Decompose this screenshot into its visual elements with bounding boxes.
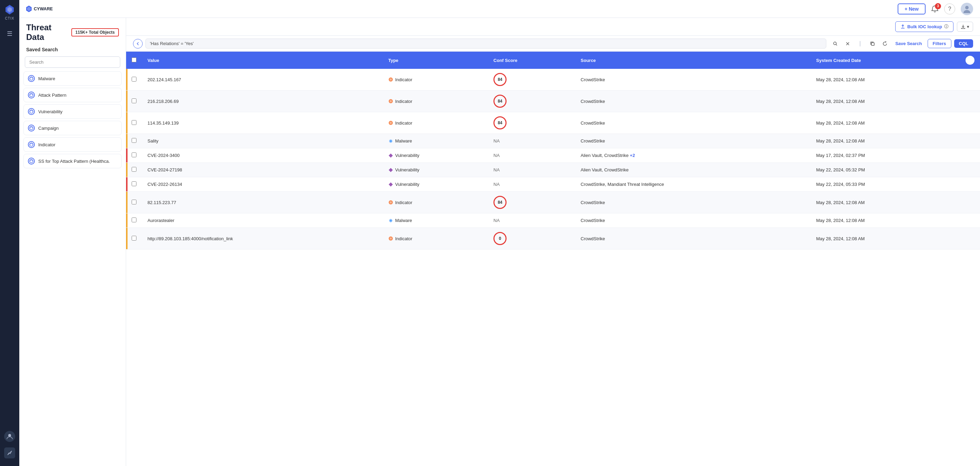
cql-button[interactable]: CQL	[954, 39, 973, 48]
clear-filter-button[interactable]	[843, 39, 853, 49]
save-search-button[interactable]: Save Search	[892, 40, 924, 48]
row-type-label: Indicator	[395, 99, 412, 104]
svg-point-27	[390, 140, 391, 142]
col-type[interactable]: Type	[383, 52, 488, 69]
row-conf-score: NA	[488, 163, 575, 177]
row-checkbox-cell	[126, 177, 142, 192]
cyware-wordmark: CYWARE	[26, 5, 64, 13]
row-type-label: Vulnerability	[395, 182, 419, 187]
row-value: Aurorastealer	[142, 213, 383, 228]
export-chevron-icon: ▾	[967, 24, 969, 29]
hamburger-icon[interactable]: ☰	[7, 30, 13, 38]
row-source: CrowdStrike	[575, 90, 810, 112]
new-button[interactable]: + New	[898, 3, 926, 14]
col-value[interactable]: Value	[142, 52, 383, 69]
row-source: CrowdStrike	[575, 192, 810, 213]
col-add[interactable]: +	[960, 52, 980, 69]
row-checkbox[interactable]	[132, 236, 137, 241]
sidebar-user-icon[interactable]	[4, 431, 15, 442]
row-checkbox-cell	[126, 163, 142, 177]
copy-filter-button[interactable]	[868, 39, 877, 49]
export-button[interactable]: ▾	[957, 22, 973, 32]
row-source: Alien Vault, CrowdStrike +2	[575, 148, 810, 163]
row-checkbox-cell	[126, 148, 142, 163]
bulk-ioc-button[interactable]: Bulk IOC lookup ⓘ	[895, 21, 953, 32]
row-created-date: May 22, 2024, 05:33 PM	[811, 177, 960, 192]
saved-search-item[interactable]: Indicator	[24, 137, 122, 152]
sidebar: CTIX ☰	[0, 0, 19, 466]
filters-button[interactable]: Filters	[928, 39, 951, 48]
row-extra	[960, 148, 980, 163]
row-type-label: Malware	[395, 138, 412, 144]
row-checkbox[interactable]	[132, 181, 137, 186]
col-created-date[interactable]: System Created Date	[811, 52, 960, 69]
row-created-date: May 28, 2024, 12:08 AM	[811, 228, 960, 249]
source-extra: +2	[628, 153, 635, 158]
row-conf-score: NA	[488, 148, 575, 163]
svg-point-3	[8, 434, 11, 437]
indicator-icon	[388, 200, 393, 205]
svg-point-32	[390, 201, 392, 203]
row-checkbox[interactable]	[132, 120, 137, 125]
refresh-icon	[883, 41, 887, 46]
saved-search-item[interactable]: Campaign	[24, 121, 122, 135]
table-row: http://89.208.103.185:4000/notification_…	[126, 228, 980, 249]
search-filter-button[interactable]	[830, 39, 840, 49]
user-icon	[962, 4, 972, 14]
filter-bar-left: 'Has Relations' = 'Yes'	[133, 38, 826, 49]
saved-search-icon	[28, 108, 35, 115]
row-checkbox-cell	[126, 228, 142, 249]
svg-point-18	[390, 78, 392, 81]
page-actions-bar: Bulk IOC lookup ⓘ ▾	[126, 18, 980, 36]
col-conf-score[interactable]: Conf Score	[488, 52, 575, 69]
row-checkbox[interactable]	[132, 200, 137, 204]
add-column-button[interactable]: +	[966, 56, 975, 65]
row-created-date: May 28, 2024, 12:08 AM	[811, 192, 960, 213]
filter-divider-button	[855, 39, 865, 49]
row-checkbox[interactable]	[132, 98, 137, 103]
row-conf-score: 84	[488, 112, 575, 134]
svg-point-15	[834, 42, 836, 45]
row-extra	[960, 90, 980, 112]
col-source[interactable]: Source	[575, 52, 810, 69]
collapse-panel-button[interactable]	[133, 39, 143, 49]
conf-score-na: NA	[493, 182, 500, 187]
topnav-logo: CYWARE	[26, 5, 898, 13]
row-type: Vulnerability	[383, 163, 488, 177]
question-icon: ?	[948, 6, 951, 12]
sidebar-analytics-icon[interactable]	[4, 447, 15, 458]
svg-marker-4	[8, 451, 12, 455]
row-extra	[960, 213, 980, 228]
saved-search-name: Indicator	[38, 142, 56, 147]
conf-score-value: 84	[493, 116, 506, 129]
row-extra	[960, 69, 980, 90]
row-created-date: May 28, 2024, 12:08 AM	[811, 90, 960, 112]
row-checkbox[interactable]	[132, 217, 137, 222]
saved-search-item[interactable]: SS for Top Attack Pattern (Healthca.	[24, 154, 122, 168]
notification-button[interactable]: 3	[931, 5, 939, 13]
svg-point-8	[965, 6, 969, 9]
row-extra	[960, 163, 980, 177]
row-extra	[960, 228, 980, 249]
user-avatar[interactable]	[961, 3, 973, 15]
help-button[interactable]: ?	[944, 3, 955, 14]
saved-search-item[interactable]: Vulnerability	[24, 104, 122, 119]
threat-data-table: Value Type Conf Score Source System Crea…	[126, 52, 980, 249]
refresh-button[interactable]	[880, 39, 890, 49]
saved-search-input[interactable]	[25, 56, 120, 68]
info-icon: ⓘ	[944, 24, 948, 30]
row-conf-score: 84	[488, 69, 575, 90]
saved-search-item[interactable]: Malware	[24, 71, 122, 86]
row-checkbox[interactable]	[132, 77, 137, 82]
table-row: 216.218.206.69 Indicator 84 CrowdStrike …	[126, 90, 980, 112]
search-input-container	[19, 55, 126, 71]
svg-point-37	[390, 220, 391, 221]
row-checkbox[interactable]	[132, 167, 137, 172]
saved-search-item[interactable]: Attack Pattern	[24, 88, 122, 102]
page-title: Threat Data	[26, 23, 67, 42]
select-all-checkbox[interactable]	[132, 57, 137, 62]
row-extra	[960, 192, 980, 213]
table-row: 202.124.145.167 Indicator 84 CrowdStrike…	[126, 69, 980, 90]
row-checkbox[interactable]	[132, 138, 137, 143]
row-checkbox[interactable]	[132, 152, 137, 157]
